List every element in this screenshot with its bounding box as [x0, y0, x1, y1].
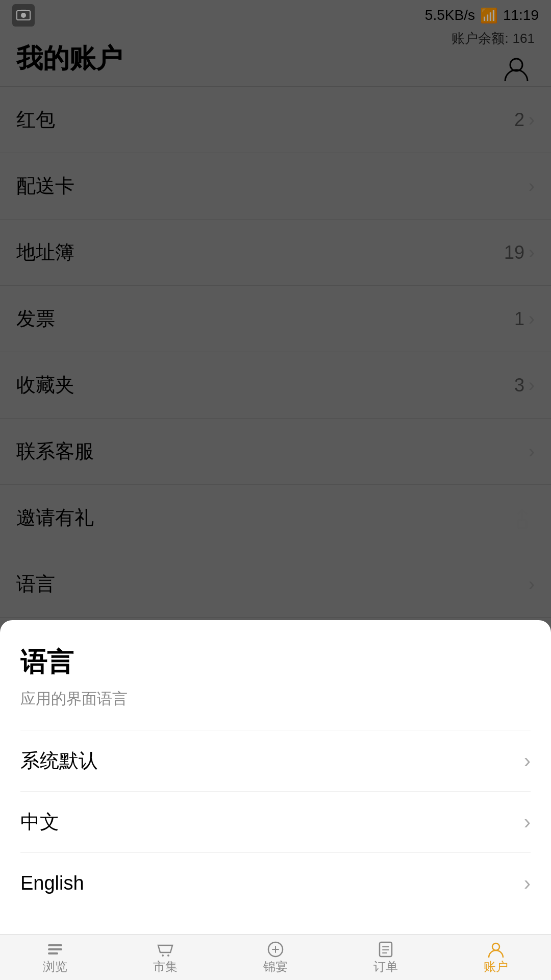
svg-point-9	[167, 954, 169, 957]
nav-label-browse: 浏览	[43, 959, 67, 975]
nav-label-orders: 订单	[373, 959, 398, 975]
language-label-english: English	[20, 872, 84, 894]
chevron-system-default: ›	[524, 749, 531, 772]
nav-label-account: 账户	[484, 959, 508, 975]
chevron-english: ›	[524, 872, 531, 895]
svg-point-8	[162, 954, 164, 957]
nav-item-market[interactable]: 市集	[110, 935, 220, 980]
language-option-system-default[interactable]: 系统默认 ›	[20, 730, 531, 791]
svg-rect-5	[48, 944, 62, 946]
svg-rect-6	[48, 948, 62, 950]
nav-item-browse[interactable]: 浏览	[0, 935, 110, 980]
nav-label-feast: 锦宴	[263, 959, 288, 975]
language-option-english[interactable]: English ›	[20, 852, 531, 914]
nav-item-account[interactable]: 账户	[441, 935, 551, 980]
nav-label-market: 市集	[153, 959, 178, 975]
language-label-chinese: 中文	[20, 809, 59, 835]
sheet-subtitle: 应用的界面语言	[20, 689, 531, 709]
language-bottom-sheet: 语言 应用的界面语言 系统默认 › 中文 › English ›	[0, 620, 551, 934]
language-label-system-default: 系统默认	[20, 748, 98, 774]
chevron-chinese: ›	[524, 811, 531, 834]
svg-point-11	[492, 943, 499, 950]
sheet-title: 语言	[20, 645, 531, 680]
bottom-nav: 浏览 市集 锦宴 订单 账户	[0, 934, 551, 980]
language-option-chinese[interactable]: 中文 ›	[20, 791, 531, 852]
svg-rect-7	[48, 952, 58, 954]
nav-item-orders[interactable]: 订单	[331, 935, 441, 980]
nav-item-feast[interactable]: 锦宴	[220, 935, 331, 980]
